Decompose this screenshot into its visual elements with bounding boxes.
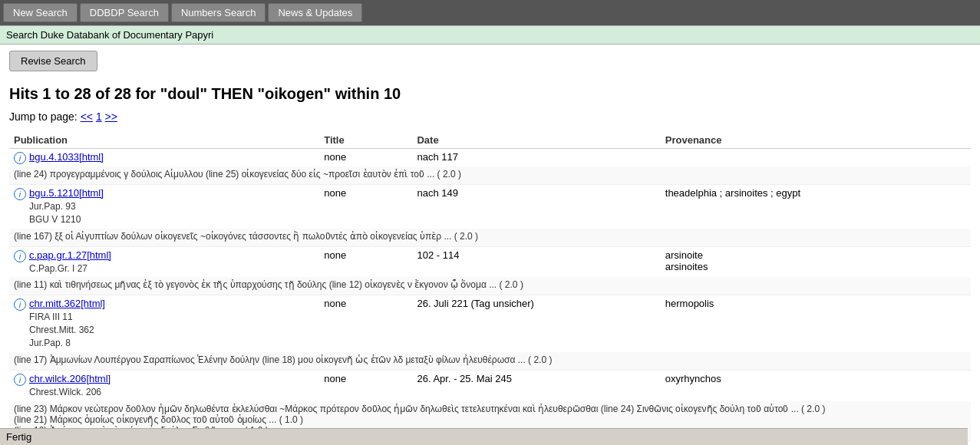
info-icon[interactable]: i [14, 250, 26, 262]
info-icon[interactable]: i [14, 152, 26, 164]
context-text: (line 11) καὶ τιθηνήσεως μῆνας ἐξ τὸ γεγ… [9, 277, 971, 295]
result-link[interactable]: chr.wilck.206[html] [29, 373, 111, 384]
revise-search-button[interactable]: Revise Search [9, 51, 97, 71]
new-search-button[interactable]: New Search [3, 3, 78, 22]
context-text: (line 167) ξξ οἱ Αἰγυπτίων δούλων οἰκογε… [9, 229, 971, 247]
result-link[interactable]: bgu.4.1033[html] [29, 151, 104, 163]
prev-page-link[interactable]: << [81, 110, 93, 123]
provenance-cell: oxyrhynchos [661, 370, 971, 400]
banner-text: Search Duke Databank of Documentary Papy… [6, 29, 213, 41]
provenance-cell: hermopolis [661, 295, 971, 352]
table-row: ichr.wilck.206[html]Chrest.Wilck. 206non… [9, 370, 971, 400]
publication-cell: ic.pap.gr.1.27[html]C.Pap.Gr. I 27 [9, 246, 319, 277]
jump-to-page: Jump to page: << 1 >> [9, 110, 971, 123]
provenance-cell: theadelphia ; arsinoites ; egypt [661, 185, 971, 229]
top-nav: New Search DDBDP Search Numbers Search N… [0, 0, 980, 25]
col-date: Date [412, 132, 660, 149]
results-body: ibgu.4.1033[html]nonenach 117(line 24) π… [9, 149, 971, 446]
col-publication: Publication [9, 132, 319, 149]
numbers-search-button[interactable]: Numbers Search [171, 3, 266, 22]
status-text: Fertig [6, 431, 31, 443]
results-table: Publication Title Date Provenance ibgu.4… [9, 132, 971, 445]
publication-cell: ichr.wilck.206[html]Chrest.Wilck. 206 [9, 370, 319, 400]
context-row: (line 24) προγεγραμμένοις γ δούλοις Αἰμυ… [9, 166, 971, 185]
publication-cell: ichr.mitt.362[html]FIRA III 11Chrest.Mit… [9, 295, 319, 352]
title-cell: none [319, 149, 412, 167]
context-row: (line 167) ξξ οἱ Αἰγυπτίων δούλων οἰκογε… [9, 229, 971, 247]
search-banner: Search Duke Databank of Documentary Papy… [0, 25, 980, 44]
col-provenance: Provenance [661, 132, 971, 149]
date-cell: 26. Apr. - 25. Mai 245 [412, 370, 660, 400]
title-cell: none [319, 295, 412, 352]
info-icon[interactable]: i [14, 298, 26, 311]
next-page-link[interactable]: >> [105, 110, 117, 123]
status-bar: Fertig [0, 428, 968, 445]
publication-details: Chrest.Wilck. 206 [14, 386, 315, 399]
col-title: Title [319, 132, 412, 149]
info-icon[interactable]: i [14, 188, 26, 200]
title-cell: none [319, 246, 412, 277]
publication-details: C.Pap.Gr. I 27 [14, 262, 315, 275]
ddbdp-search-button[interactable]: DDBDP Search [80, 3, 169, 22]
result-link[interactable]: c.pap.gr.1.27[html] [29, 249, 111, 261]
news-updates-button[interactable]: News & Updates [268, 3, 362, 22]
main-content: Revise Search Hits 1 to 28 of 28 for "do… [0, 44, 980, 445]
context-row: (line 17) Ἀμμωνίων Λουπέργου Σαραπίωνος … [9, 352, 971, 371]
date-cell: 26. Juli 221 (Tag unsicher) [412, 295, 660, 352]
publication-cell: ibgu.5.1210[html]Jur.Pap. 93BGU V 1210 [9, 185, 319, 229]
table-row: ic.pap.gr.1.27[html]C.Pap.Gr. I 27none10… [9, 246, 971, 277]
date-cell: nach 149 [412, 185, 660, 229]
date-cell: 102 - 114 [412, 246, 660, 277]
title-cell: none [319, 185, 412, 229]
title-cell: none [319, 370, 412, 400]
publication-details: Jur.Pap. 93BGU V 1210 [14, 200, 315, 226]
hits-title: Hits 1 to 28 of 28 for "doul" THEN "oiko… [9, 85, 971, 103]
table-header-row: Publication Title Date Provenance [9, 132, 971, 149]
date-cell: nach 117 [412, 149, 660, 167]
context-text: (line 24) προγεγραμμένοις γ δούλοις Αἰμυ… [9, 166, 971, 185]
table-row: ibgu.4.1033[html]nonenach 117 [9, 149, 971, 167]
result-link[interactable]: chr.mitt.362[html] [29, 298, 105, 309]
provenance-cell: arsinoitearsinoites [661, 246, 971, 277]
publication-cell: ibgu.4.1033[html] [9, 149, 319, 167]
table-row: ichr.mitt.362[html]FIRA III 11Chrest.Mit… [9, 295, 971, 352]
table-row: ibgu.5.1210[html]Jur.Pap. 93BGU V 1210no… [9, 185, 971, 229]
context-text: (line 17) Ἀμμωνίων Λουπέργου Σαραπίωνος … [9, 352, 971, 371]
context-row: (line 11) καὶ τιθηνήσεως μῆνας ἐξ τὸ γεγ… [9, 277, 971, 295]
page-link[interactable]: 1 [96, 110, 102, 123]
result-link[interactable]: bgu.5.1210[html] [29, 187, 104, 199]
jump-label: Jump to page: [9, 110, 78, 123]
publication-details: FIRA III 11Chrest.Mitt. 362Jur.Pap. 8 [14, 311, 315, 349]
provenance-cell [661, 149, 971, 167]
info-icon[interactable]: i [14, 374, 26, 386]
